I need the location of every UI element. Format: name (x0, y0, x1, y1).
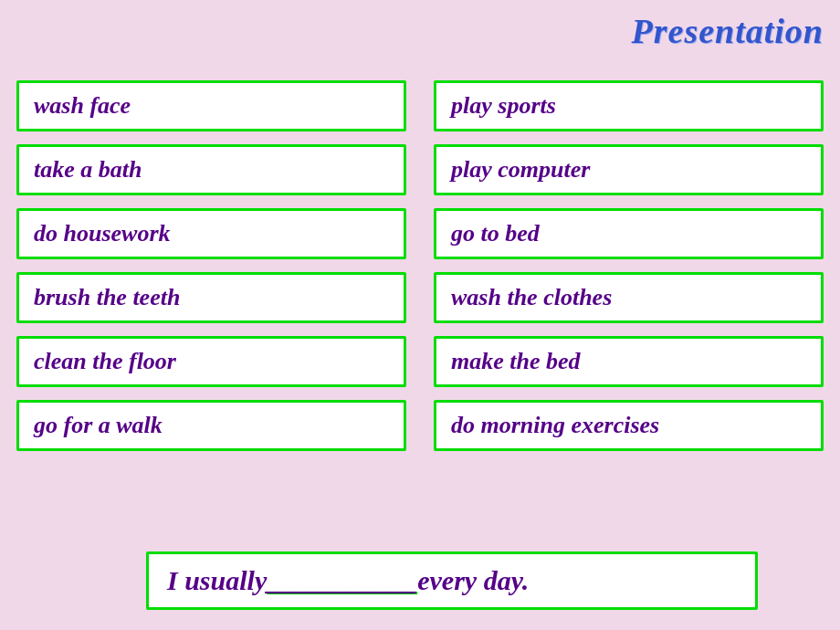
phrase-do-morning-exercises: do morning exercises (434, 400, 824, 451)
sentence-box: I usually___________ every day. (146, 551, 758, 610)
phrase-play-sports: play sports (434, 80, 824, 131)
phrase-do-housework: do housework (16, 208, 406, 259)
phrase-play-computer: play computer (434, 144, 824, 195)
phrase-wash-face: wash face (16, 80, 406, 131)
phrase-clean-the-floor: clean the floor (16, 336, 406, 387)
sentence-prefix: I usually (167, 565, 267, 596)
phrase-brush-the-teeth: brush the teeth (16, 272, 406, 323)
phrase-go-for-a-walk: go for a walk (16, 400, 406, 451)
page-title: Presentation (632, 11, 824, 51)
phrase-wash-the-clothes: wash the clothes (434, 272, 824, 323)
phrase-make-the-bed: make the bed (434, 336, 824, 387)
phrases-grid: wash face play sports take a bath play c… (0, 80, 840, 451)
sentence-suffix: every day. (417, 565, 529, 596)
phrase-take-a-bath: take a bath (16, 144, 406, 195)
phrase-go-to-bed: go to bed (434, 208, 824, 259)
sentence-blank: ___________ (267, 565, 417, 596)
